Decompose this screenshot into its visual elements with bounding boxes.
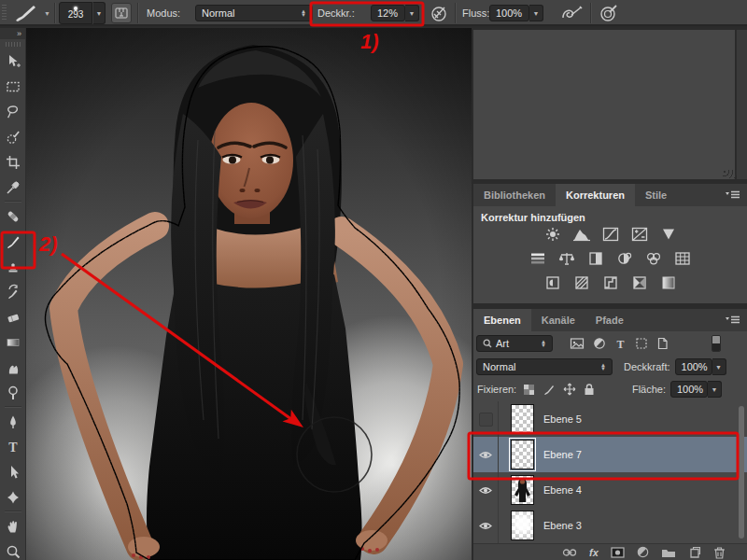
layer-row-ebene5[interactable]: Ebene 5 [473, 401, 747, 438]
tab-korrekturen[interactable]: Korrekturen [556, 184, 635, 206]
hand-tool[interactable] [0, 513, 26, 539]
tab-bibliotheken[interactable]: Bibliotheken [473, 184, 556, 206]
lock-all-icon[interactable] [584, 383, 595, 396]
pen-tool[interactable] [0, 409, 26, 434]
add-adjustment-layer-icon[interactable] [637, 546, 649, 558]
layer-opacity-caret[interactable]: ▼ [712, 358, 726, 375]
visibility-toggle[interactable] [473, 401, 499, 437]
eyedropper-tool[interactable] [0, 175, 26, 200]
black-white-icon[interactable] [585, 251, 606, 266]
tools-collapse-button[interactable]: » [0, 28, 25, 39]
layers-panel-menu-icon[interactable] [726, 309, 747, 331]
visibility-toggle[interactable] [473, 437, 499, 472]
options-grip[interactable] [2, 0, 7, 26]
gradient-tool[interactable] [0, 329, 26, 355]
filter-shape-layers-icon[interactable] [635, 337, 648, 350]
custom-shape-tool[interactable] [0, 484, 26, 510]
fill-field[interactable]: 100% [670, 381, 708, 398]
layer-thumbnail[interactable] [511, 440, 534, 469]
threshold-icon[interactable] [600, 275, 621, 290]
color-lookup-icon[interactable] [672, 251, 693, 266]
type-tool[interactable]: T [0, 434, 26, 459]
smudge-tool[interactable] [0, 355, 26, 380]
opacity-field[interactable]: 12% ▼ [371, 0, 419, 26]
size-pressure-icon[interactable] [599, 0, 619, 26]
layer-name[interactable]: Ebene 5 [543, 413, 582, 425]
filter-smart-objects-icon[interactable] [656, 337, 669, 350]
brush-tool[interactable] [0, 229, 26, 254]
brightness-contrast-icon[interactable] [543, 227, 563, 242]
photo-filter-icon[interactable] [614, 251, 635, 266]
tab-pfade[interactable]: Pfade [585, 309, 634, 331]
add-layer-mask-icon[interactable] [611, 547, 625, 558]
posterize-icon[interactable] [571, 275, 592, 290]
layer-row-ebene4[interactable]: Ebene 4 [473, 472, 747, 509]
selective-color-icon[interactable] [658, 275, 679, 290]
layer-name[interactable]: Ebene 3 [543, 520, 582, 531]
new-group-icon[interactable] [661, 547, 676, 558]
layer-name[interactable]: Ebene 4 [543, 484, 582, 496]
brush-size-caret[interactable]: ▼ [92, 2, 106, 24]
layer-thumbnail[interactable] [511, 404, 534, 434]
panel-menu-icon[interactable] [726, 184, 747, 206]
opacity-caret[interactable]: ▼ [405, 5, 419, 21]
lasso-tool[interactable] [0, 99, 26, 124]
spot-healing-brush-tool[interactable] [0, 203, 26, 229]
gradient-map-icon[interactable] [629, 275, 650, 290]
filter-pixel-layers-icon[interactable] [570, 337, 585, 350]
layer-opacity-field[interactable]: 100% [675, 358, 712, 375]
layer-filter-toggle[interactable] [712, 335, 721, 352]
dodge-tool[interactable] [0, 380, 26, 405]
path-selection-tool[interactable] [0, 459, 26, 484]
flow-caret[interactable]: ▼ [529, 5, 543, 21]
opacity-pressure-icon[interactable] [429, 0, 449, 26]
layer-name[interactable]: Ebene 7 [543, 449, 582, 460]
filter-adjustment-layers-icon[interactable] [593, 337, 606, 350]
layers-scrollbar[interactable] [739, 406, 744, 539]
blend-mode-dropdown[interactable]: Normal ▲▼ [476, 358, 613, 375]
delete-layer-icon[interactable] [713, 546, 726, 559]
move-tool[interactable] [0, 49, 26, 74]
tool-preset-caret[interactable]: ▼ [44, 0, 50, 26]
document-canvas[interactable] [26, 28, 472, 560]
invert-icon[interactable] [543, 275, 563, 290]
channel-mixer-icon[interactable] [643, 251, 664, 266]
tools-grip[interactable] [0, 39, 25, 49]
crop-tool[interactable] [0, 149, 26, 175]
layer-row-ebene7[interactable]: Ebene 7 [473, 437, 747, 473]
tab-ebenen[interactable]: Ebenen [473, 309, 531, 331]
new-layer-icon[interactable] [688, 546, 701, 558]
layer-thumbnail[interactable] [511, 475, 534, 505]
layer-filter-dropdown[interactable]: Art ▲▼ [476, 335, 553, 352]
hue-saturation-icon[interactable] [528, 251, 548, 266]
eraser-tool[interactable] [0, 304, 26, 329]
clone-stamp-tool[interactable] [0, 254, 26, 279]
airbrush-icon[interactable] [560, 0, 585, 26]
layer-thumbnail[interactable] [511, 511, 534, 540]
vibrance-icon[interactable] [658, 227, 679, 242]
visibility-toggle[interactable] [473, 472, 499, 508]
exposure-icon[interactable] [629, 227, 650, 242]
tab-kanaele[interactable]: Kanäle [531, 309, 585, 331]
panel-drag-handle[interactable] [723, 170, 738, 178]
tab-stile[interactable]: Stile [635, 184, 677, 206]
filter-type-layers-icon[interactable]: T [614, 338, 627, 350]
visibility-toggle[interactable] [473, 508, 499, 543]
link-layers-icon[interactable] [562, 548, 577, 557]
history-brush-tool[interactable] [0, 279, 26, 304]
lock-transparency-icon[interactable] [523, 384, 535, 396]
brush-tool-preset-icon[interactable] [12, 0, 40, 26]
lock-paint-icon[interactable] [543, 383, 556, 396]
mode-dropdown[interactable]: Normal ▲▼ [195, 0, 313, 26]
brush-size-widget[interactable]: 293 ▼ [59, 0, 106, 26]
color-balance-icon[interactable] [557, 251, 577, 266]
zoom-tool[interactable] [0, 539, 26, 560]
levels-icon[interactable] [571, 227, 592, 242]
curves-icon[interactable] [600, 227, 621, 242]
lock-position-icon[interactable] [563, 383, 576, 396]
flow-field[interactable]: 100% ▼ [489, 0, 543, 26]
toggle-brush-panel-button[interactable] [111, 0, 132, 26]
layer-style-icon[interactable]: fx [589, 547, 599, 558]
layer-row-ebene3[interactable]: Ebene 3 [473, 508, 747, 544]
quick-selection-tool[interactable] [0, 124, 26, 149]
